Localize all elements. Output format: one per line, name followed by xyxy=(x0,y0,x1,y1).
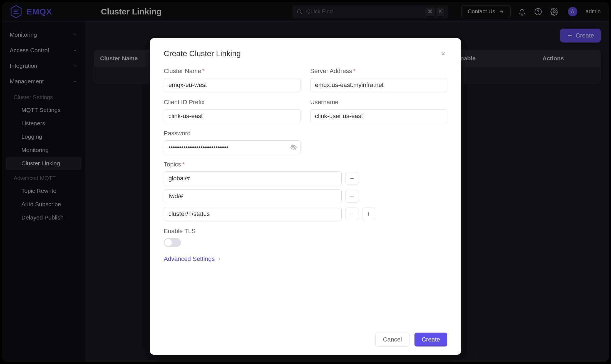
client-id-prefix-input[interactable] xyxy=(164,109,301,123)
topic-input[interactable] xyxy=(164,189,342,203)
remove-topic-button[interactable] xyxy=(346,172,358,185)
submit-create-label: Create xyxy=(422,336,440,343)
modal-close-button[interactable] xyxy=(439,49,447,58)
eye-off-icon xyxy=(290,144,297,151)
cancel-button-label: Cancel xyxy=(383,336,402,343)
toggle-knob xyxy=(165,239,172,246)
add-topic-button[interactable] xyxy=(362,208,375,220)
create-cluster-linking-modal: Create Cluster Linking Cluster Name* Ser… xyxy=(150,38,461,355)
advanced-settings-link[interactable]: Advanced Settings xyxy=(164,255,447,263)
minus-icon xyxy=(349,193,355,199)
advanced-settings-label: Advanced Settings xyxy=(164,255,215,263)
chevron-right-icon xyxy=(217,256,222,261)
label-cluster-name: Cluster Name* xyxy=(164,68,301,75)
submit-create-button[interactable]: Create xyxy=(414,333,447,346)
remove-topic-button[interactable] xyxy=(346,208,358,220)
minus-icon xyxy=(349,176,355,181)
topic-row xyxy=(164,207,447,221)
username-input[interactable] xyxy=(310,109,447,123)
cancel-button[interactable]: Cancel xyxy=(375,333,409,346)
close-icon xyxy=(440,51,446,57)
toggle-password-visibility[interactable] xyxy=(290,144,297,151)
topic-row xyxy=(164,189,447,203)
plus-icon xyxy=(366,211,371,217)
minus-icon xyxy=(349,211,355,217)
topic-input[interactable] xyxy=(164,207,342,221)
password-input[interactable] xyxy=(164,140,301,154)
topic-row xyxy=(164,171,447,185)
label-client-id-prefix: Client ID Prefix xyxy=(164,99,301,106)
modal-title: Create Cluster Linking xyxy=(164,49,241,58)
topic-input[interactable] xyxy=(164,171,342,185)
label-server-address: Server Address* xyxy=(310,68,447,75)
cluster-name-input[interactable] xyxy=(164,78,301,92)
topics-list xyxy=(164,171,447,221)
label-password: Password xyxy=(164,130,301,137)
remove-topic-button[interactable] xyxy=(346,190,358,203)
label-enable-tls: Enable TLS xyxy=(164,228,447,235)
label-topics: Topics* xyxy=(164,161,447,168)
server-address-input[interactable] xyxy=(310,78,447,92)
label-username: Username xyxy=(310,99,447,106)
enable-tls-toggle[interactable] xyxy=(164,238,181,247)
